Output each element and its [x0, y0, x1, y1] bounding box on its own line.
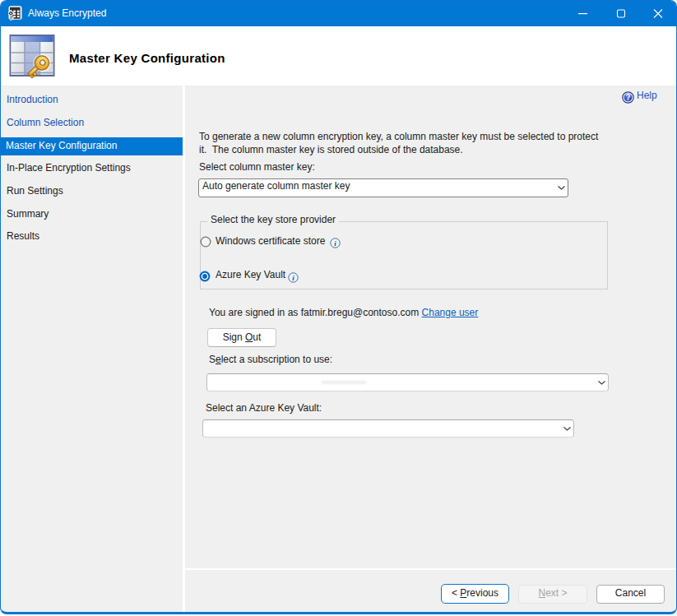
svg-text:?: ?	[625, 93, 630, 102]
